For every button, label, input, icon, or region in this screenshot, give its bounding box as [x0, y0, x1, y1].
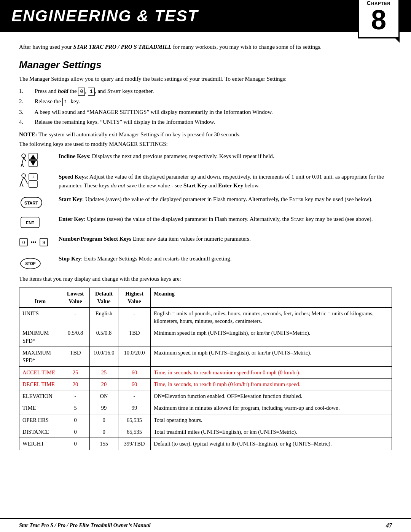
cell-item: OPER HRS [19, 414, 61, 426]
cell-default: 25 [90, 366, 118, 378]
enter-key-row: ENT Enter Key: Updates (saves) the value… [19, 215, 392, 229]
svg-line-2 [21, 163, 22, 167]
step-1: 1. Press and hold the 0, 1, and Start ke… [19, 87, 392, 96]
cell-default: 0.5/0.8 [90, 327, 118, 347]
cell-item: ACCEL TIME [19, 366, 61, 378]
svg-text:0: 0 [22, 240, 25, 245]
svg-point-9 [22, 174, 25, 177]
table-row: TIME59999Maximum time in minutes allowed… [19, 402, 392, 414]
col-item: Item [19, 288, 61, 308]
start-icon: START [19, 196, 49, 209]
cell-meaning: Minimum speed in mph (UNITS=English), or… [151, 327, 392, 347]
cell-default: English [90, 307, 118, 327]
svg-line-12 [21, 182, 23, 187]
svg-text:START: START [24, 201, 38, 205]
cell-meaning: Time, in seconds, to reach maxmium speed… [151, 366, 392, 378]
col-lowest: LowestValue [61, 288, 90, 308]
cell-default: 0 [90, 426, 118, 438]
key-descriptions: Incline Keys: Displays the next and prev… [19, 152, 392, 270]
cell-meaning: ON=Elevation function enabled. OFF=Eleva… [151, 390, 392, 402]
cell-lowest: 0.5/0.8 [61, 327, 90, 347]
cell-meaning: Maximum speed in mph (UNITS=English), or… [151, 347, 392, 366]
cell-highest: 10.0/20.0 [118, 347, 151, 366]
settings-table: Item LowestValue DefaultValue HighestVal… [19, 288, 392, 450]
svg-line-3 [22, 163, 24, 167]
col-meaning: Meaning [151, 288, 392, 308]
cell-lowest: 0 [61, 438, 90, 450]
table-row: OPER HRS0065,535Total operating hours. [19, 414, 392, 426]
enter-icon: ENT [19, 216, 49, 229]
cell-meaning: Maximum time in minutes allowed for prog… [151, 402, 392, 414]
speed-key-row: + − Speed Keys: Adjust the value of the … [19, 173, 392, 190]
cell-highest: - [118, 390, 151, 402]
cell-item: MINIMUM SPD* [19, 327, 61, 347]
cell-highest: 65,535 [118, 414, 151, 426]
svg-text:+: + [32, 174, 35, 180]
svg-text:ENT: ENT [26, 220, 34, 225]
stop-icon: STOP [19, 255, 49, 270]
svg-text:STOP: STOP [25, 262, 35, 266]
svg-point-0 [22, 154, 25, 158]
cell-lowest: - [61, 390, 90, 402]
svg-text:9: 9 [43, 240, 45, 245]
cell-lowest: 20 [61, 378, 90, 390]
step-4: 4. Release the remaining keys. “UNITS” w… [19, 118, 392, 126]
svg-marker-6 [30, 155, 36, 159]
stop-key-icon: STOP [19, 254, 53, 270]
key-1-a: 1 [88, 88, 95, 96]
cell-lowest: 0 [61, 414, 90, 426]
col-default: DefaultValue [90, 288, 118, 308]
enter-key-icon: ENT [19, 215, 53, 229]
cell-default: 99 [90, 402, 118, 414]
key-1-b: 1 [62, 98, 69, 106]
chapter-badge-corner [394, 37, 400, 43]
cell-item: MAXIMUM SPD* [19, 347, 61, 366]
speed-key-icon: + − [19, 173, 53, 188]
cell-item: DECEL TIME [19, 378, 61, 390]
svg-line-14 [26, 181, 27, 184]
cell-default: 0 [90, 414, 118, 426]
cell-default: ON [90, 390, 118, 402]
incline-icon [19, 153, 49, 167]
chapter-badge: Chapter 8 [358, 0, 400, 38]
cell-highest: 65,535 [118, 426, 151, 438]
svg-text:−: − [32, 181, 35, 187]
stop-key-desc: Stop Key: Exits Manager Settings Mode an… [59, 254, 392, 263]
number-icon: 0 ••• 9 [19, 235, 49, 249]
cell-meaning: Default (to user), typical weight in lb … [151, 438, 392, 450]
intro-paragraph: After having used your STAR TRAC PRO / P… [19, 43, 392, 51]
cell-highest: 399/TBD [118, 438, 151, 450]
svg-line-10 [21, 177, 24, 182]
table-row: WEIGHT0155399/TBDDefault (to user), typi… [19, 438, 392, 450]
incline-key-icon [19, 152, 53, 167]
cell-lowest: 5 [61, 402, 90, 414]
page-content: After having used your STAR TRAC PRO / P… [0, 32, 411, 458]
cell-meaning: English = units of pounds, miles, hours,… [151, 307, 392, 327]
cell-lowest: TBD [61, 347, 90, 366]
keys-header: The following keys are used to modify MA… [19, 141, 392, 147]
start-key-icon: START [19, 195, 53, 209]
number-key-row: 0 ••• 9 Number/Program Select Keys Enter… [19, 235, 392, 249]
speed-key-desc: Speed Keys: Adjust the value of the disp… [59, 173, 392, 190]
page-footer: Star Trac Pro S / Pro / Pro Elite Treadm… [0, 518, 411, 532]
chapter-number: 8 [363, 6, 395, 34]
cell-default: 155 [90, 438, 118, 450]
number-key-icon: 0 ••• 9 [19, 235, 53, 249]
table-row: MAXIMUM SPD*TBD10.0/16.010.0/20.0Maximum… [19, 347, 392, 366]
cell-item: ELEVATION [19, 390, 61, 402]
col-highest: HighestValue [118, 288, 151, 308]
steps-list: 1. Press and hold the 0, 1, and Start ke… [19, 87, 392, 126]
svg-text:•••: ••• [31, 239, 37, 245]
svg-line-13 [24, 177, 26, 181]
svg-line-4 [24, 158, 26, 161]
cell-default: 10.0/16.0 [90, 347, 118, 366]
enter-key-desc: Enter Key: Updates (saves) the value of … [59, 215, 392, 224]
cell-item: UNITS [19, 307, 61, 327]
cell-highest: TBD [118, 327, 151, 347]
cell-highest: 99 [118, 402, 151, 414]
cell-item: WEIGHT [19, 438, 61, 450]
table-intro: The items that you may display and chang… [19, 276, 392, 282]
table-row: DISTANCE0065,535Total treadmill miles (U… [19, 426, 392, 438]
incline-key-row: Incline Keys: Displays the next and prev… [19, 152, 392, 167]
cell-lowest: 0 [61, 426, 90, 438]
